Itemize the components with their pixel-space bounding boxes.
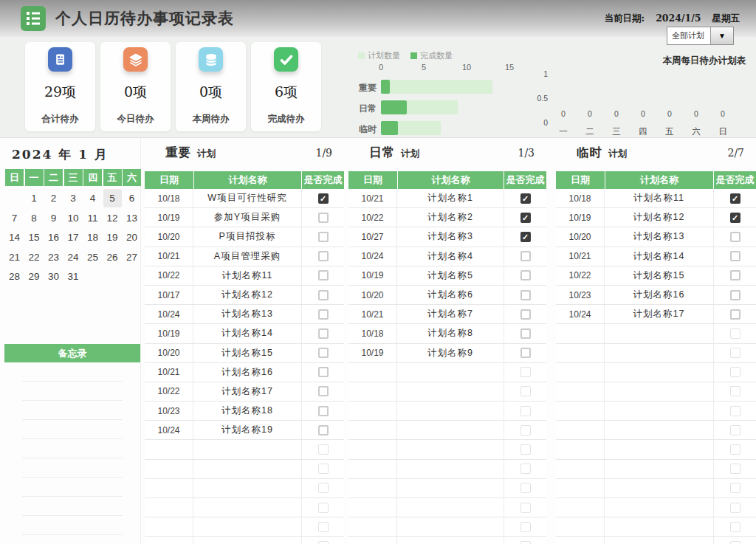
done-checkbox[interactable] bbox=[318, 444, 329, 455]
done-checkbox[interactable] bbox=[318, 367, 329, 377]
empty-table-row bbox=[556, 440, 756, 459]
calendar-day-cell[interactable]: 20 bbox=[123, 228, 141, 247]
calendar-day-cell[interactable]: 2 bbox=[44, 189, 63, 207]
done-checkbox[interactable] bbox=[318, 348, 329, 358]
done-checkbox[interactable] bbox=[730, 367, 740, 377]
done-checkbox[interactable] bbox=[318, 464, 329, 474]
done-checkbox[interactable] bbox=[318, 406, 329, 416]
done-checkbox[interactable] bbox=[730, 483, 740, 493]
done-checkbox[interactable] bbox=[318, 386, 329, 396]
done-checkbox[interactable] bbox=[520, 270, 531, 280]
done-checkbox[interactable] bbox=[520, 348, 531, 358]
calendar-day-cell[interactable]: 31 bbox=[64, 267, 83, 286]
done-checkbox[interactable] bbox=[318, 483, 329, 493]
calendar-day-cell[interactable]: 15 bbox=[25, 228, 44, 247]
done-checkbox[interactable] bbox=[318, 232, 329, 242]
done-checkbox[interactable] bbox=[730, 386, 740, 396]
done-checkbox[interactable] bbox=[520, 464, 531, 474]
done-checkbox[interactable] bbox=[730, 290, 740, 300]
calendar-day-cell[interactable]: 18 bbox=[83, 228, 102, 247]
done-checkbox[interactable]: ✓ bbox=[520, 213, 531, 223]
done-checkbox[interactable] bbox=[730, 328, 740, 339]
calendar-day-cell[interactable]: 9 bbox=[44, 209, 63, 227]
done-checkbox[interactable] bbox=[318, 541, 329, 544]
date-cell: 10/19 bbox=[556, 208, 605, 227]
calendar-day-cell[interactable]: 10 bbox=[64, 209, 83, 227]
calendar-day-cell[interactable]: 8 bbox=[25, 209, 44, 227]
done-checkbox[interactable] bbox=[730, 541, 740, 544]
calendar-day-cell[interactable]: 23 bbox=[44, 248, 63, 266]
calendar-day-cell[interactable]: 5 bbox=[103, 189, 122, 207]
calendar-day-cell[interactable]: 1 bbox=[25, 189, 44, 207]
calendar-day-cell[interactable]: 17 bbox=[64, 228, 83, 247]
dropdown-arrow-icon[interactable]: ▼ bbox=[710, 27, 733, 44]
done-checkbox[interactable] bbox=[520, 251, 531, 261]
calendar-day-cell[interactable]: 26 bbox=[103, 248, 122, 266]
done-checkbox[interactable] bbox=[730, 503, 740, 513]
table-progress-fraction: 1/9 bbox=[315, 147, 332, 159]
date-cell bbox=[145, 517, 193, 536]
calendar-day-cell[interactable]: 29 bbox=[25, 267, 44, 286]
done-checkbox[interactable] bbox=[318, 425, 329, 435]
done-checkbox[interactable] bbox=[730, 348, 740, 358]
done-checkbox[interactable] bbox=[520, 425, 531, 435]
calendar-weekday-cell: 四 bbox=[83, 169, 102, 186]
done-checkbox[interactable]: ✓ bbox=[730, 193, 740, 204]
done-checkbox[interactable]: ✓ bbox=[520, 193, 531, 204]
done-checkbox[interactable] bbox=[730, 270, 740, 280]
done-checkbox[interactable] bbox=[730, 251, 740, 261]
done-checkbox[interactable] bbox=[520, 406, 531, 416]
done-checkbox[interactable] bbox=[730, 232, 740, 242]
calendar-day-cell[interactable]: 13 bbox=[123, 209, 141, 227]
calendar-day-cell[interactable]: 16 bbox=[44, 228, 63, 247]
done-checkbox[interactable] bbox=[730, 309, 740, 320]
checkbox-cell bbox=[302, 440, 344, 458]
done-checkbox[interactable] bbox=[730, 444, 740, 455]
calendar-day-cell[interactable]: 28 bbox=[5, 267, 24, 286]
calendar-day-cell[interactable]: 19 bbox=[103, 228, 122, 247]
done-checkbox[interactable] bbox=[318, 309, 329, 320]
done-checkbox[interactable] bbox=[318, 290, 329, 300]
calendar-day-cell[interactable]: 25 bbox=[83, 248, 102, 266]
empty-table-row bbox=[348, 498, 546, 517]
done-checkbox[interactable] bbox=[318, 213, 329, 223]
done-checkbox[interactable] bbox=[318, 270, 329, 280]
done-checkbox[interactable] bbox=[520, 503, 531, 513]
calendar-day-cell[interactable]: 24 bbox=[64, 248, 83, 266]
done-checkbox[interactable] bbox=[520, 309, 531, 320]
calendar-day-cell[interactable]: 4 bbox=[83, 189, 102, 207]
done-checkbox[interactable] bbox=[520, 290, 531, 300]
plan-filter-dropdown[interactable]: 全部计划 ▼ bbox=[667, 27, 734, 45]
calendar-day-cell[interactable]: 12 bbox=[103, 209, 122, 227]
calendar-day-cell[interactable]: 7 bbox=[5, 209, 24, 227]
done-checkbox[interactable]: ✓ bbox=[318, 193, 329, 204]
calendar-day-cell[interactable]: 21 bbox=[5, 248, 24, 266]
done-checkbox[interactable] bbox=[520, 328, 531, 339]
done-checkbox[interactable] bbox=[520, 522, 531, 532]
calendar-day-cell[interactable]: 30 bbox=[44, 267, 63, 286]
calendar-empty-cell bbox=[123, 267, 141, 286]
done-checkbox[interactable] bbox=[520, 483, 531, 493]
done-checkbox[interactable] bbox=[520, 541, 531, 544]
done-checkbox[interactable] bbox=[520, 367, 531, 377]
done-checkbox[interactable] bbox=[318, 503, 329, 513]
done-checkbox[interactable] bbox=[318, 251, 329, 261]
done-checkbox[interactable] bbox=[730, 522, 740, 532]
done-checkbox[interactable] bbox=[520, 386, 531, 396]
done-checkbox[interactable] bbox=[730, 425, 740, 435]
calendar-day-cell[interactable]: 11 bbox=[83, 209, 102, 227]
calendar-day-cell[interactable]: 3 bbox=[64, 189, 83, 207]
done-checkbox[interactable] bbox=[318, 522, 329, 532]
calendar-day-cell[interactable]: 6 bbox=[123, 189, 141, 207]
calendar-day-cell[interactable]: 27 bbox=[123, 248, 141, 266]
calendar-day-cell[interactable]: 22 bbox=[25, 248, 44, 266]
done-checkbox[interactable] bbox=[730, 406, 740, 416]
calendar-day-cell[interactable]: 14 bbox=[5, 228, 24, 247]
done-checkbox[interactable] bbox=[730, 464, 740, 474]
done-checkbox[interactable] bbox=[318, 328, 329, 339]
memo-area[interactable] bbox=[4, 362, 140, 544]
done-checkbox[interactable]: ✓ bbox=[520, 232, 531, 242]
done-checkbox[interactable]: ✓ bbox=[730, 213, 740, 223]
table-row: 10/20计划名称13 bbox=[556, 227, 756, 247]
done-checkbox[interactable] bbox=[520, 444, 531, 455]
